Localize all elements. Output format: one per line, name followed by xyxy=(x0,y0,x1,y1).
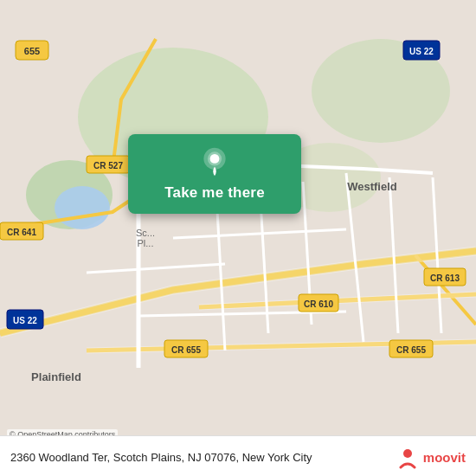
svg-text:655: 655 xyxy=(24,46,40,56)
take-me-there-button[interactable]: Take me there xyxy=(164,184,265,202)
svg-point-4 xyxy=(55,186,110,229)
svg-text:US 22: US 22 xyxy=(13,316,37,325)
svg-text:CR 641: CR 641 xyxy=(7,228,36,237)
location-pin-icon xyxy=(199,146,230,177)
svg-text:Westfield: Westfield xyxy=(347,180,397,193)
svg-text:CR 527: CR 527 xyxy=(93,161,123,170)
moovit-brand-text: moovit xyxy=(423,450,466,465)
svg-text:CR 655: CR 655 xyxy=(171,345,201,355)
action-card: Take me there xyxy=(128,134,301,214)
svg-text:Pl...: Pl... xyxy=(138,238,154,248)
svg-text:Plainfield: Plainfield xyxy=(31,370,81,383)
svg-text:Sc...: Sc... xyxy=(136,228,155,238)
svg-text:US 22: US 22 xyxy=(409,47,434,56)
moovit-logo-icon xyxy=(396,445,420,469)
svg-point-30 xyxy=(403,449,412,458)
map-container: 655 US 22 US 22 CR 527 CR 641 CR 655 CR … xyxy=(0,0,476,476)
svg-text:CR 610: CR 610 xyxy=(304,299,333,309)
address-text: 2360 Woodland Ter, Scotch Plains, NJ 070… xyxy=(10,451,396,464)
moovit-logo: moovit xyxy=(396,445,466,469)
svg-text:CR 655: CR 655 xyxy=(396,345,426,355)
map-svg: 655 US 22 US 22 CR 527 CR 641 CR 655 CR … xyxy=(0,0,476,476)
bottom-bar: 2360 Woodland Ter, Scotch Plains, NJ 070… xyxy=(0,435,476,476)
svg-point-29 xyxy=(210,154,220,164)
svg-text:CR 613: CR 613 xyxy=(430,273,460,283)
